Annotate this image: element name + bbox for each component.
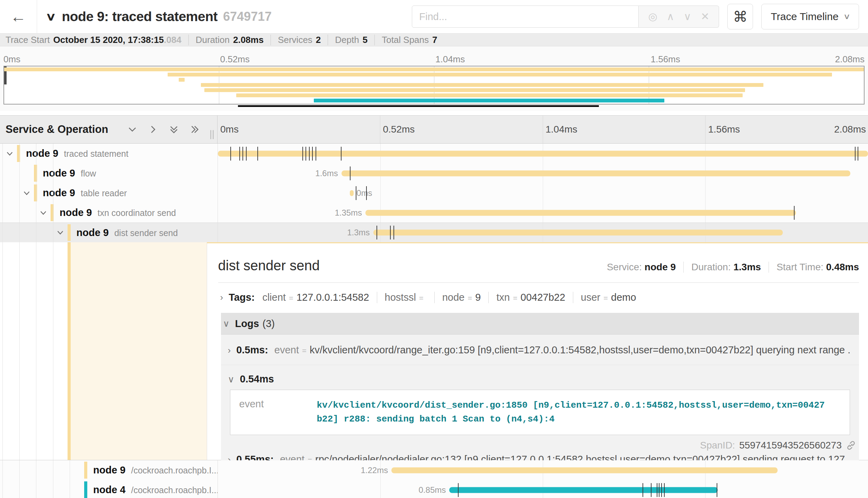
log-marker-tick — [257, 147, 258, 161]
log-timestamp: 0.5ms: — [236, 344, 268, 356]
tag-user[interactable]: user=demo — [573, 292, 636, 303]
span-track[interactable] — [218, 144, 868, 163]
log-marker-tick — [309, 147, 310, 161]
chevron-down-icon: ∨ — [843, 12, 850, 21]
indent-guide — [53, 480, 53, 498]
minimap-scrubber[interactable] — [238, 105, 599, 107]
span-duration-bar[interactable] — [350, 190, 354, 196]
span-track[interactable]: 0ms — [218, 183, 868, 203]
column-resize-grip[interactable] — [210, 130, 214, 139]
span-row-traced-statement[interactable]: node 9traced statement — [0, 144, 868, 163]
span-operation: /cockroach.roachpb.I... — [131, 465, 218, 475]
tag-txn[interactable]: txn=00427b22 — [488, 292, 565, 303]
span-color-bar — [17, 145, 20, 162]
trace-minimap: 0ms0.52ms1.04ms1.56ms2.08ms — [0, 46, 868, 111]
collapse-all-icon[interactable] — [169, 124, 179, 135]
indent-guide — [19, 460, 20, 480]
minimap-canvas[interactable] — [3, 66, 865, 105]
span-rows-bottom: node 9/cockroach.roachpb.I... 1.22ms nod… — [0, 460, 868, 498]
tag-hostssl[interactable]: hostssl= — [377, 292, 427, 303]
minimap-tick-label: 2.08ms — [835, 54, 865, 65]
log-marker-tick — [393, 226, 394, 239]
chevron-down-icon: ∨ — [228, 374, 234, 385]
chevron-right-icon: › — [228, 345, 231, 356]
collapse-trace-icon[interactable]: ∨ — [45, 10, 56, 23]
log-marker-tick — [246, 147, 247, 161]
timeline-tick-label: 1.04ms — [546, 124, 577, 135]
span-operation: traced statement — [64, 149, 128, 159]
log-marker-tick — [305, 147, 306, 161]
expand-one-icon[interactable] — [148, 124, 158, 135]
chevron-down-icon[interactable] — [56, 228, 65, 237]
title-area: ∨ node 9: traced statement 6749717 — [47, 9, 412, 24]
minimap-tick-label: 0.52ms — [220, 54, 250, 65]
find-next-icon[interactable]: ∨ — [684, 11, 691, 22]
indent-guide — [19, 163, 20, 183]
span-operation: dist sender send — [114, 228, 178, 238]
log-entry-1[interactable]: › 0.5ms: event = kv/kvclient/kvcoord/ran… — [221, 335, 859, 365]
span-detail-left-gutter — [0, 242, 207, 460]
log-marker-tick — [350, 166, 351, 180]
span-track[interactable]: 1.3ms — [218, 223, 868, 242]
indent-guide — [53, 203, 53, 223]
span-color-bar — [84, 462, 87, 479]
find-clear-icon[interactable]: ✕ — [701, 11, 709, 22]
span-track[interactable]: 1.6ms — [218, 163, 868, 183]
trace-services: Services 2 — [271, 35, 321, 45]
log-marker-tick — [717, 483, 717, 497]
span-detail-header: dist sender send Service: node 9 Duratio… — [218, 258, 859, 283]
chevron-right-icon[interactable]: › — [220, 292, 223, 303]
span-row-node4-rpc[interactable]: node 4/cockroach.roachpb.I... 0.85ms — [0, 480, 868, 498]
minimap-tick-label: 1.04ms — [435, 54, 465, 65]
find-controls: ◎ ∧ ∨ ✕ — [639, 6, 719, 28]
span-duration-bar[interactable] — [365, 210, 796, 216]
chevron-down-icon[interactable] — [22, 189, 31, 198]
collapse-one-icon[interactable] — [127, 124, 138, 135]
span-duration-label: 0.85ms — [419, 485, 446, 495]
logs-accordion-header[interactable]: ∨ Logs (3) — [221, 313, 859, 334]
span-row-txn-coordinator-send[interactable]: node 9txn coordinator send 1.35ms — [0, 203, 868, 223]
span-duration-bar[interactable] — [373, 230, 783, 236]
log-marker-tick — [651, 483, 652, 497]
indent-guide — [70, 460, 70, 480]
detail-start-time: Start Time: 0.48ms — [769, 262, 859, 273]
view-selector-button[interactable]: Trace Timeline ∨ — [761, 4, 859, 29]
minimap-span-bar — [4, 67, 864, 71]
span-row-node9-rpc[interactable]: node 9/cockroach.roachpb.I... 1.22ms — [0, 460, 868, 480]
span-color-bar — [34, 165, 37, 182]
chevron-down-icon[interactable] — [5, 149, 14, 158]
expand-all-icon[interactable] — [189, 124, 200, 135]
chevron-down-icon[interactable] — [39, 208, 48, 217]
span-row-dist-sender-send[interactable]: node 9dist sender send 1.3ms — [0, 223, 868, 242]
tag-node[interactable]: node=9 — [434, 292, 481, 303]
indent-guide — [36, 163, 36, 183]
keyboard-shortcuts-button[interactable]: ⌘ — [727, 4, 753, 29]
timeline-tick-label: 0.52ms — [383, 124, 415, 135]
span-duration-label: 0ms — [356, 188, 372, 198]
trace-timeline-app: ← ∨ node 9: traced statement 6749717 ◎ ∧… — [0, 0, 868, 498]
divider — [0, 111, 868, 115]
tags-accordion[interactable]: › Tags: client=127.0.0.1:54582 hostssl= … — [218, 292, 859, 303]
span-duration-bar[interactable] — [342, 170, 851, 176]
span-track[interactable]: 1.22ms — [218, 460, 868, 480]
indent-guide — [19, 183, 20, 203]
match-highlight-icon[interactable]: ◎ — [648, 11, 657, 22]
span-rows: node 9traced statement node 9flow 1.6ms … — [0, 144, 868, 242]
span-row-table-reader[interactable]: node 9table reader 0ms — [0, 183, 868, 203]
indent-guide — [36, 480, 36, 498]
span-track[interactable]: 0.85ms — [218, 480, 868, 498]
log-entry-2-header[interactable]: ∨ 0.54ms — [221, 365, 859, 390]
find-input[interactable] — [412, 6, 639, 28]
span-duration-bar[interactable] — [391, 467, 778, 473]
span-duration-label: 1.35ms — [335, 208, 362, 218]
link-icon[interactable] — [846, 440, 856, 451]
log-marker-tick — [794, 206, 795, 220]
trace-summary-bar: Trace Start October 15 2020, 17:38:15 .0… — [0, 34, 868, 46]
tag-client[interactable]: client=127.0.0.1:54582 — [262, 292, 369, 303]
span-duration-bar[interactable] — [449, 487, 718, 493]
span-track[interactable]: 1.35ms — [218, 203, 868, 223]
back-button[interactable]: ← — [0, 0, 37, 33]
span-row-flow[interactable]: node 9flow 1.6ms — [0, 163, 868, 183]
find-prev-icon[interactable]: ∧ — [667, 11, 674, 22]
indent-guide — [36, 183, 36, 203]
